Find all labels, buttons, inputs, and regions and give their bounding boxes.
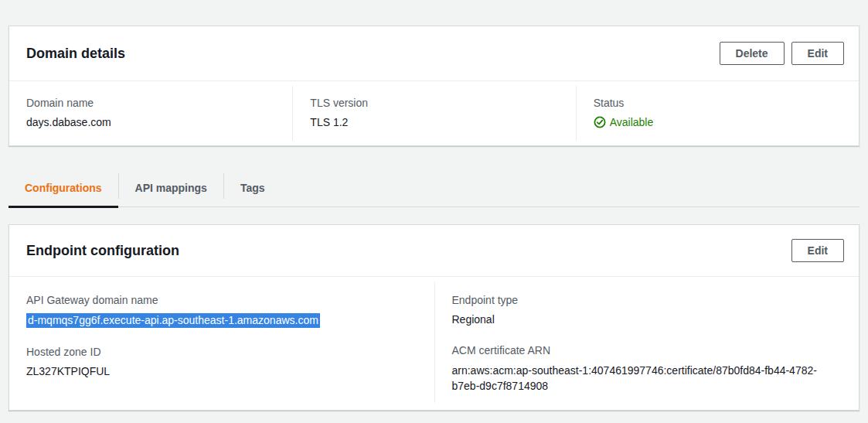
acm-certificate-arn-field: ACM certificate ARN arn:aws:acm:ap-south… — [452, 343, 838, 394]
status-field: Status Available — [576, 86, 859, 141]
page: Domain details Delete Edit Domain name d… — [0, 0, 868, 423]
tab-api-mappings-label: API mappings — [135, 182, 207, 194]
tls-version-field: TLS version TLS 1.2 — [292, 86, 575, 141]
api-gateway-domain-name-value-wrap: d-mqmqs7gg6f.execute-api.ap-southeast-1.… — [26, 312, 413, 328]
acm-certificate-arn-value: arn:aws:acm:ap-southeast-1:407461997746:… — [452, 363, 838, 394]
endpoint-configuration-fields: API Gateway domain name d-mqmqs7gg6f.exe… — [9, 277, 859, 410]
domain-details-title: Domain details — [26, 46, 125, 62]
edit-domain-button[interactable]: Edit — [791, 42, 844, 65]
endpoint-type-label: Endpoint type — [452, 293, 838, 307]
domain-name-field: Domain name days.dabase.com — [9, 86, 292, 141]
tab-tags-label: Tags — [240, 182, 265, 194]
endpoint-type-field: Endpoint type Regional — [452, 293, 838, 326]
api-gateway-domain-name-field: API Gateway domain name d-mqmqs7gg6f.exe… — [26, 293, 413, 328]
domain-details-card: Domain details Delete Edit Domain name d… — [9, 26, 859, 146]
domain-name-value: days.dabase.com — [26, 115, 277, 129]
endpoint-configuration-card: Endpoint configuration Edit API Gateway … — [9, 224, 859, 411]
domain-details-fields: Domain name days.dabase.com TLS version … — [9, 81, 859, 145]
tls-version-label: TLS version — [310, 96, 560, 110]
api-gateway-domain-name-label: API Gateway domain name — [26, 293, 413, 307]
endpoint-left-column: API Gateway domain name d-mqmqs7gg6f.exe… — [9, 282, 434, 403]
tab-api-mappings[interactable]: API mappings — [119, 168, 223, 208]
endpoint-type-value: Regional — [452, 312, 838, 326]
tab-configurations[interactable]: Configurations — [9, 168, 118, 208]
delete-button[interactable]: Delete — [720, 42, 785, 65]
domain-name-label: Domain name — [26, 96, 277, 110]
endpoint-configuration-header: Endpoint configuration Edit — [9, 225, 859, 277]
hosted-zone-id-label: Hosted zone ID — [26, 345, 413, 359]
status-badge: Available — [594, 115, 843, 129]
domain-details-header: Domain details Delete Edit — [9, 26, 859, 81]
edit-endpoint-button[interactable]: Edit — [791, 239, 844, 262]
api-gateway-domain-name-value[interactable]: d-mqmqs7gg6f.execute-api.ap-southeast-1.… — [26, 313, 320, 328]
tab-bar: Configurations API mappings Tags — [9, 168, 859, 208]
domain-details-actions: Delete Edit — [720, 42, 844, 65]
endpoint-configuration-actions: Edit — [791, 239, 844, 262]
status-label: Status — [594, 96, 843, 110]
tab-tags[interactable]: Tags — [224, 168, 281, 208]
endpoint-configuration-title: Endpoint configuration — [26, 243, 179, 259]
hosted-zone-id-field: Hosted zone ID ZL327KTPIQFUL — [26, 345, 413, 378]
hosted-zone-id-value: ZL327KTPIQFUL — [26, 364, 413, 378]
endpoint-right-column: Endpoint type Regional ACM certificate A… — [434, 282, 859, 403]
status-value-text: Available — [610, 115, 654, 129]
check-circle-icon — [594, 116, 606, 128]
acm-certificate-arn-label: ACM certificate ARN — [452, 343, 838, 357]
tab-configurations-label: Configurations — [25, 182, 102, 194]
tls-version-value: TLS 1.2 — [310, 115, 560, 129]
